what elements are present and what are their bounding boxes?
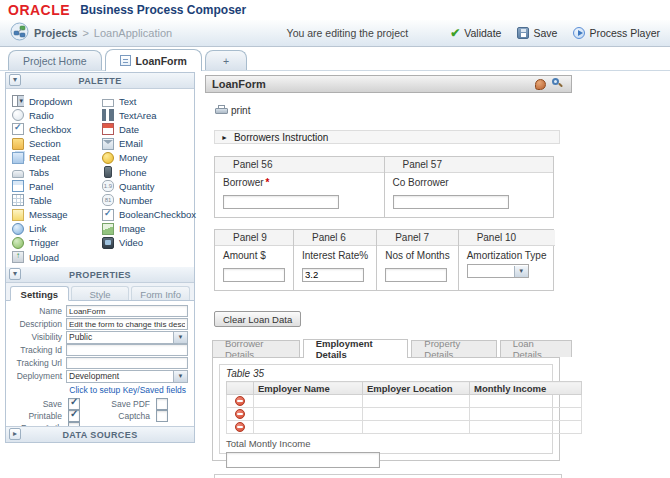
visibility-select[interactable]: Public ▼ [66,331,188,344]
palette-header[interactable]: PALETTE [6,73,194,89]
palette-item-label: Table [29,195,52,206]
cell-employer-name[interactable] [254,408,363,421]
palette-item-panel[interactable]: Panel [12,179,102,193]
interest-rate-input[interactable] [302,268,364,282]
palette-item-image[interactable]: Image [102,222,192,236]
chevron-down-icon[interactable]: ▼ [173,371,187,382]
breadcrumb-projects[interactable]: Projects [34,27,77,39]
description-input[interactable] [66,318,188,330]
repeat-icon [12,152,24,164]
tab-add-new[interactable]: + [205,50,247,70]
clear-loan-data-button[interactable]: Clear Loan Data [214,311,301,327]
palette-item-tabs[interactable]: Tabs [12,165,102,179]
palette-item-table[interactable]: Table [12,193,102,207]
preview-icon[interactable] [552,78,565,91]
key-saved-fields-link[interactable]: Click to setup Key/Saved fields [12,385,186,395]
palette-item-number[interactable]: Number [102,193,192,207]
tab-property-details[interactable]: Property Details [411,340,496,357]
borrowers-instruction-section[interactable]: ► Borrowers Instruction [214,130,560,144]
tab-loan-details[interactable]: Loan Details [500,340,572,357]
process-player-icon [573,27,585,39]
print-button[interactable]: print [215,105,250,116]
palette-item-phone[interactable]: Phone [102,165,192,179]
cell-monthly-income[interactable] [470,395,582,408]
properties-header[interactable]: PROPERTIES [6,267,194,283]
palette-item-radio[interactable]: Radio [12,108,102,122]
panel-6[interactable]: Panel 6 Interest Rate% [294,230,377,290]
nos-of-months-label: Nos of Months [385,250,449,261]
remove-row-icon[interactable] [235,396,245,406]
panel-57[interactable]: Panel 57 Co Borrower [385,157,554,217]
palette-item-date[interactable]: Date [102,122,192,136]
tracking-url-input[interactable] [66,357,188,369]
tab-project-home[interactable]: Project Home [8,50,102,70]
tab-form-info[interactable]: Form Info [131,286,190,300]
process-player-button[interactable]: Process Player [573,27,660,39]
palette-item-upload[interactable]: Upload [12,250,102,264]
cell-monthly-income[interactable] [470,408,582,421]
borrower-input[interactable] [223,195,339,209]
panel-56[interactable]: Panel 56 Borrower* [215,157,385,217]
panel-9[interactable]: Panel 9 Amount $ [215,230,294,290]
money-icon [102,152,114,164]
remove-row-icon[interactable] [235,409,245,419]
expand-data-sources-icon[interactable] [9,428,21,440]
palette-item-money[interactable]: Money [102,151,192,165]
palette-item-section[interactable]: Section [12,137,102,151]
tracking-id-input[interactable] [66,344,188,356]
remove-row-icon[interactable] [235,422,245,432]
total-monthly-income-input[interactable] [226,452,380,468]
palette-item-message[interactable]: Message [12,208,102,222]
amount-input[interactable] [223,268,285,282]
palette-item-label: Repeat [29,152,60,163]
palette-item-quantity[interactable]: Quantity [102,179,192,193]
data-sources-header[interactable]: DATA SOURCES [6,426,194,442]
style-icon[interactable] [535,79,546,90]
collapse-properties-icon[interactable] [9,268,21,280]
panel-7[interactable]: Panel 7 Nos of Months [377,230,458,290]
chevron-down-icon[interactable]: ▼ [173,332,187,343]
cell-employer-name[interactable] [254,395,363,408]
tab-settings[interactable]: Settings [10,286,69,301]
cell-employer-name[interactable] [254,421,363,434]
printable-checkbox[interactable] [68,410,80,422]
phone-icon [104,166,112,178]
submit-drop-zone[interactable]: Drop Submit buttons from the palette to … [214,474,562,478]
save-button[interactable]: Save [517,27,557,39]
palette-item-repeat[interactable]: Repeat [12,151,102,165]
co-borrower-input[interactable] [393,195,509,209]
panel-10[interactable]: Panel 10 Amortization Type ▼ [459,230,555,290]
validate-button[interactable]: ✔ Validate [450,27,501,39]
amortization-type-select[interactable]: ▼ [467,264,529,278]
borrowers-instruction-label: Borrowers Instruction [234,132,328,143]
number-icon [102,194,114,206]
palette-item-dropdown[interactable]: Dropdown [12,94,102,108]
captcha-checkbox[interactable] [156,410,168,422]
amortization-type-label: Amortization Type [467,250,547,261]
nos-of-months-input[interactable] [385,268,447,282]
palette-item-trigger[interactable]: Trigger [12,236,102,250]
cell-employer-location[interactable] [363,408,470,421]
palette-item-link[interactable]: Link [12,222,102,236]
tab-style[interactable]: Style [71,286,130,300]
save-pdf-checkbox[interactable] [156,398,168,410]
name-input[interactable] [66,305,188,317]
cell-employer-location[interactable] [363,395,470,408]
tracking-url-label: Tracking Url [12,358,62,368]
tab-borrower-details[interactable]: Borrower Details [212,340,300,357]
palette-item-label: Text [119,96,136,107]
cell-employer-location[interactable] [363,421,470,434]
tab-employment-details[interactable]: Employment Details [303,339,409,358]
palette-item-booleancheckbox[interactable]: BooleanCheckbox [102,208,192,222]
collapse-palette-icon[interactable] [9,74,21,86]
cell-monthly-income[interactable] [470,421,582,434]
projects-icon [10,22,29,45]
palette-item-video[interactable]: Video [102,236,192,250]
palette-item-text[interactable]: Text [102,94,192,108]
deployment-select[interactable]: Development ▼ [66,370,188,383]
palette-item-textarea[interactable]: TextArea [102,108,192,122]
tab-loanform[interactable]: LoanForm [105,49,202,71]
palette-item-email[interactable]: EMail [102,137,192,151]
chevron-down-icon[interactable]: ▼ [514,266,528,277]
palette-item-checkbox[interactable]: Checkbox [12,122,102,136]
